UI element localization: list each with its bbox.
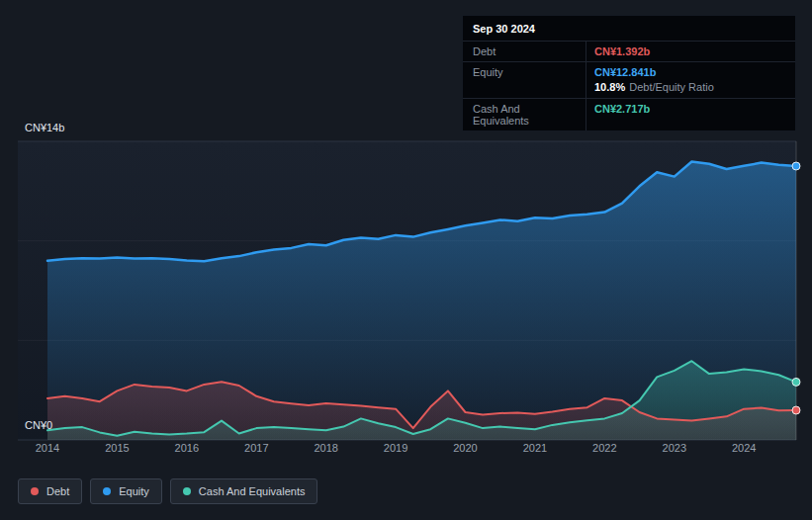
x-tick-label: 2020 — [453, 442, 477, 454]
y-axis-label-zero: CN¥0 — [25, 419, 52, 431]
tooltip-debt-equity-ratio: 10.8%Debt/Equity Ratio — [586, 81, 795, 98]
legend-item-debt[interactable]: Debt — [18, 478, 82, 504]
equity-legend-dot-icon — [103, 487, 111, 495]
tooltip-date: Sep 30 2024 — [463, 16, 795, 41]
chart-legend: DebtEquityCash And Equivalents — [18, 478, 317, 504]
legend-label: Equity — [119, 485, 149, 497]
legend-label: Cash And Equivalents — [199, 485, 306, 497]
x-tick-label: 2022 — [592, 442, 616, 454]
x-tick-label: 2023 — [663, 442, 686, 454]
tooltip-equity-value: CN¥12.841b — [586, 62, 795, 81]
tooltip-equity-label: Equity — [463, 62, 586, 98]
x-tick-label: 2024 — [732, 442, 756, 454]
debt-legend-dot-icon — [31, 487, 39, 495]
tooltip-cash-value: CN¥2.717b — [586, 99, 795, 118]
cash-endpoint-marker[interactable] — [792, 378, 800, 386]
ratio-value: 10.8% — [594, 81, 625, 93]
x-tick-label: 2019 — [384, 442, 407, 454]
x-tick-label: 2016 — [175, 442, 199, 454]
y-axis-label-max: CN¥14b — [25, 122, 64, 133]
x-tick-label: 2018 — [314, 442, 337, 454]
tooltip-row-equity: Equity CN¥12.841b 10.8%Debt/Equity Ratio — [463, 61, 795, 98]
tooltip-cash-label: Cash And Equivalents — [463, 99, 586, 130]
x-tick-label: 2017 — [244, 442, 268, 454]
equity-endpoint-marker[interactable] — [792, 162, 800, 170]
tooltip-row-cash: Cash And Equivalents CN¥2.717b — [463, 98, 795, 130]
legend-item-equity[interactable]: Equity — [90, 478, 162, 504]
tooltip-debt-label: Debt — [463, 42, 586, 61]
x-tick-label: 2021 — [523, 442, 547, 454]
debt-equity-chart-widget: 2014201520162017201820192020202120222023… — [0, 0, 812, 520]
debt-endpoint-marker[interactable] — [792, 406, 800, 414]
ratio-label: Debt/Equity Ratio — [629, 81, 714, 93]
tooltip-debt-value: CN¥1.392b — [586, 42, 795, 60]
cash-legend-dot-icon — [183, 487, 191, 495]
legend-label: Debt — [46, 485, 69, 497]
tooltip-row-debt: Debt CN¥1.392b — [463, 41, 795, 61]
x-tick-label: 2014 — [36, 442, 59, 454]
chart-tooltip: Sep 30 2024 Debt CN¥1.392b Equity CN¥12.… — [462, 15, 796, 131]
x-tick-label: 2015 — [105, 442, 129, 454]
legend-item-cash[interactable]: Cash And Equivalents — [170, 478, 318, 504]
